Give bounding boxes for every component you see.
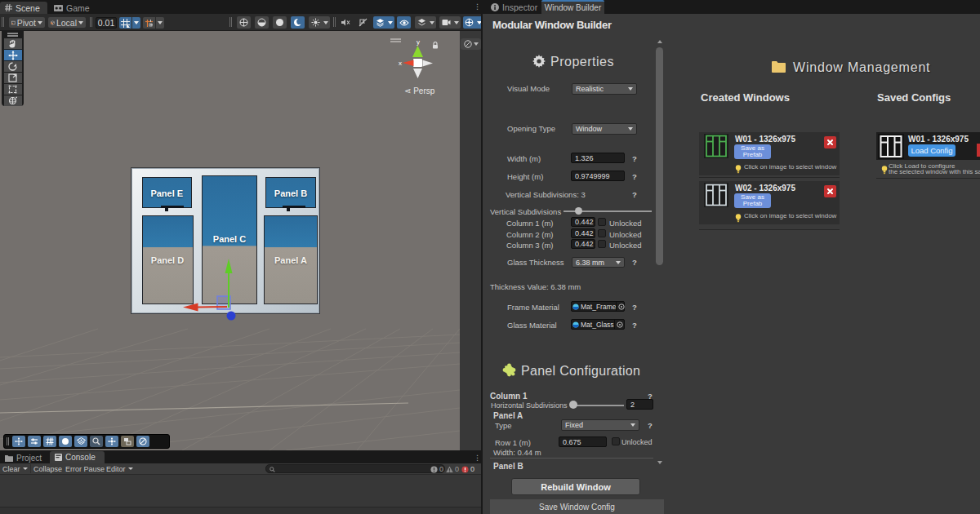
svg-text:x: x <box>399 60 402 67</box>
svg-text:⋖ Persp: ⋖ Persp <box>404 86 435 95</box>
svg-text:y: y <box>416 38 420 46</box>
